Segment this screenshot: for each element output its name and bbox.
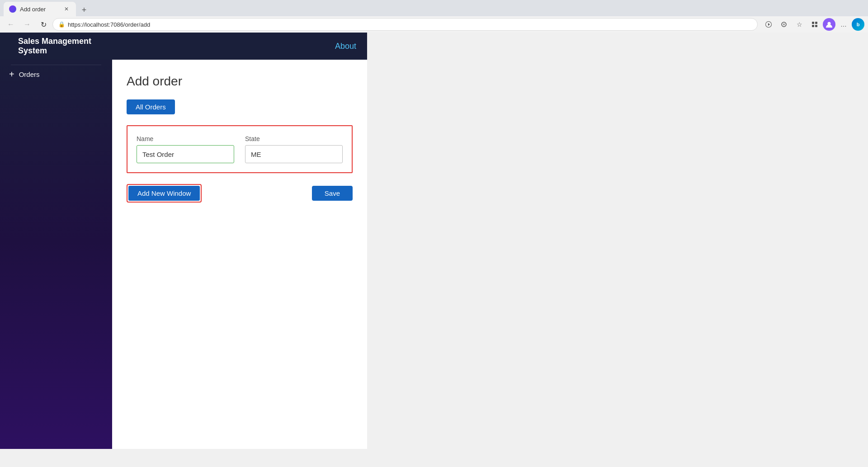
plus-icon: +: [9, 70, 14, 79]
name-label: Name: [137, 135, 234, 142]
tab-favicon: [9, 5, 16, 13]
tab-close-button[interactable]: ✕: [62, 5, 71, 13]
page-title: Add order: [127, 74, 353, 89]
more-button[interactable]: …: [836, 17, 851, 32]
browser-actions: ☆ … b: [761, 17, 864, 32]
app-container: Sales Management System + Orders About A…: [0, 33, 868, 449]
svg-point-0: [782, 22, 786, 27]
url-bar[interactable]: 🔒 https://localhost:7086/order/add: [52, 18, 758, 31]
add-window-button-wrapper: Add New Window: [127, 184, 202, 203]
svg-rect-4: [815, 25, 817, 27]
lock-icon: 🔒: [58, 21, 65, 28]
content-wrapper: About Add order All Orders Name State: [112, 33, 367, 449]
url-text: https://localhost:7086/order/add: [68, 21, 150, 28]
name-input[interactable]: [137, 145, 234, 163]
all-orders-button[interactable]: All Orders: [127, 99, 175, 114]
tab-title: Add order: [20, 6, 46, 13]
edge-copilot-button[interactable]: b: [852, 18, 864, 31]
sidebar-header: Sales Management System: [0, 33, 112, 60]
svg-rect-3: [812, 25, 814, 27]
sidebar-item-orders[interactable]: + Orders: [4, 65, 108, 83]
svg-rect-1: [812, 22, 814, 24]
svg-rect-2: [815, 22, 817, 24]
state-field: State: [245, 135, 343, 163]
add-new-window-button[interactable]: Add New Window: [128, 186, 200, 201]
sidebar-nav: + Orders: [0, 60, 112, 89]
new-tab-button[interactable]: +: [78, 4, 90, 16]
save-button[interactable]: Save: [312, 186, 353, 201]
main-content: Add order All Orders Name State: [112, 60, 367, 449]
profile-button[interactable]: [823, 18, 835, 31]
top-navbar: About: [112, 33, 367, 60]
action-row: Add New Window Save: [127, 184, 353, 203]
tab-bar: Add order ✕ +: [0, 0, 868, 16]
browser-chrome: Add order ✕ + ← → ↻ 🔒 https://localhost:…: [0, 0, 868, 33]
form-section: Name State: [127, 125, 353, 173]
state-label: State: [245, 135, 343, 142]
name-field: Name: [137, 135, 234, 163]
active-tab[interactable]: Add order ✕: [4, 2, 76, 16]
state-input[interactable]: [245, 145, 343, 163]
address-bar: ← → ↻ 🔒 https://localhost:7086/order/add…: [0, 16, 868, 33]
favorites-button[interactable]: ☆: [792, 17, 807, 32]
read-aloud-button[interactable]: [761, 17, 776, 32]
browser-assistant-button[interactable]: [777, 17, 791, 32]
sidebar-orders-label: Orders: [19, 71, 40, 78]
form-row: Name State: [137, 135, 343, 163]
about-link[interactable]: About: [335, 42, 356, 51]
collections-button[interactable]: [807, 17, 822, 32]
sidebar: Sales Management System + Orders: [0, 33, 112, 449]
